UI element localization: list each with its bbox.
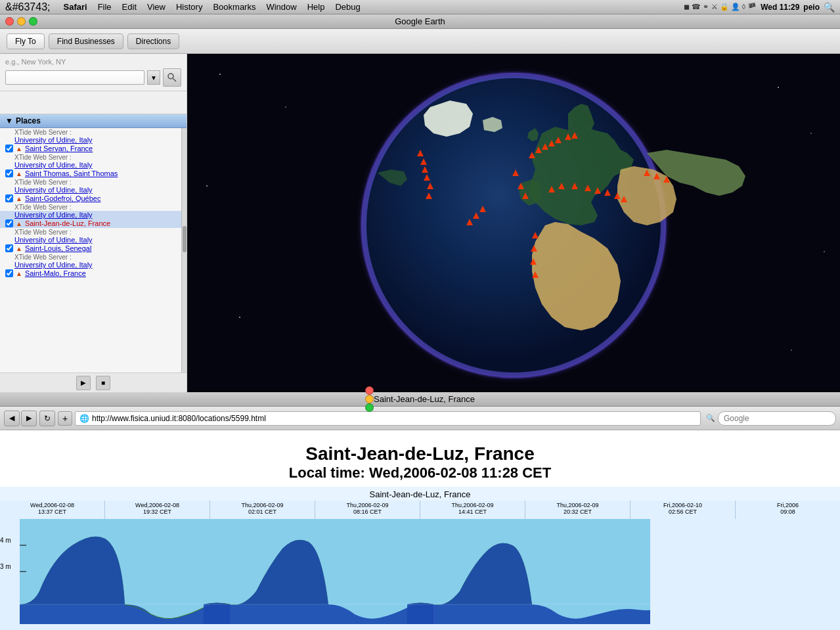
safari-content: Saint-Jean-de-Luz, France Local time: We…: [0, 430, 840, 630]
sidebar-scrollbar[interactable]: [181, 128, 187, 372]
search-input[interactable]: [718, 411, 836, 426]
place-marker-5: ▲: [16, 245, 22, 252]
directions-tab[interactable]: Directions: [127, 34, 179, 49]
svg-point-9: [239, 317, 240, 318]
back-button[interactable]: ◀: [4, 411, 20, 426]
safari-toolbar: ◀ ▶ ↻ + 🌐 http://www.fisica.uniud.it:808…: [0, 407, 840, 430]
globe-svg: [187, 54, 840, 392]
chart-label-5: Thu,2006-02-09 20:32 CET: [525, 501, 630, 519]
edit-menu[interactable]: Edit: [117, 0, 142, 14]
window-menu[interactable]: Window: [261, 0, 301, 14]
svg-point-5: [778, 87, 779, 88]
search-dropdown[interactable]: ▼: [147, 70, 160, 85]
close-button[interactable]: [5, 17, 14, 26]
place-checkbox-1[interactable]: [5, 145, 13, 152]
svg-point-10: [791, 349, 792, 351]
udine-link-3[interactable]: University of Udine, Italy: [0, 186, 187, 194]
search-area: e.g., New York, NY ▼: [0, 54, 187, 91]
page-subtitle: Local time: Wed,2006-02-08 11:28 CET: [0, 464, 840, 482]
svg-point-4: [285, 106, 286, 108]
ge-sidebar: e.g., New York, NY ▼ ▼ Places: [0, 54, 187, 392]
places-chevron[interactable]: ▼: [5, 116, 13, 125]
search-area: 🔍: [706, 411, 836, 426]
search-button[interactable]: [163, 68, 181, 87]
place-name-1[interactable]: Saint Servan, France: [25, 145, 93, 152]
spotlight-icon[interactable]: 🔍: [824, 2, 835, 12]
history-menu[interactable]: History: [171, 0, 208, 14]
play-button[interactable]: ▶: [76, 376, 91, 390]
udine-link-1[interactable]: University of Udine, Italy: [0, 136, 187, 144]
place-checkbox-4[interactable]: [5, 219, 13, 227]
help-menu[interactable]: Help: [302, 0, 330, 14]
search-magnify-icon: 🔍: [706, 414, 715, 422]
stop-button[interactable]: ■: [96, 376, 110, 390]
udine-link-2[interactable]: University of Udine, Italy: [0, 161, 187, 169]
page-title-area: Saint-Jean-de-Luz, France Local time: We…: [0, 430, 840, 487]
places-header: ▼ Places: [0, 114, 187, 128]
udine-link-4[interactable]: University of Udine, Italy: [0, 211, 187, 219]
place-checkbox-3[interactable]: [5, 194, 13, 202]
ge-toolbar: Fly To Find Businesses Directions: [0, 29, 840, 54]
safari-title: Saint-Jean-de-Luz, France: [374, 394, 475, 404]
chart-label-3: Thu,2006-02-09 08:16 CET: [315, 501, 420, 519]
globe-area[interactable]: [187, 54, 840, 392]
place-row-6: ▲ Saint-Malo, France: [0, 269, 187, 278]
new-tab-button[interactable]: +: [58, 411, 72, 426]
server-label-5: XTide Web Server :: [0, 228, 187, 236]
server-label-1: XTide Web Server :: [0, 128, 187, 136]
window-buttons: [5, 17, 37, 26]
ge-content: e.g., New York, NY ▼ ▼ Places: [0, 54, 840, 392]
maximize-button[interactable]: [29, 17, 37, 26]
place-name-5[interactable]: Saint-Louis, Senegal: [25, 244, 92, 252]
place-name-3[interactable]: Saint-Godefroi, Québec: [25, 194, 101, 202]
place-checkbox-2[interactable]: [5, 169, 13, 177]
place-name-2[interactable]: Saint Thomas, Saint Thomas: [25, 169, 118, 177]
chart-label-0: Wed,2006-02-08 13:37 CET: [0, 501, 104, 519]
place-name-6[interactable]: Saint-Malo, France: [25, 269, 86, 277]
google-earth-window: Google Earth Fly To Find Businesses Dire…: [0, 14, 840, 392]
view-menu[interactable]: View: [142, 0, 171, 14]
url-globe-icon: 🌐: [79, 414, 89, 423]
safari-menu[interactable]: Safari: [58, 0, 93, 14]
safari-window: Saint-Jean-de-Luz, France ◀ ▶ ↻ + 🌐 http…: [0, 392, 840, 630]
places-list[interactable]: XTide Web Server : University of Udine, …: [0, 128, 187, 372]
apple-menu[interactable]: &#63743;: [5, 1, 51, 13]
place-marker-4: ▲: [16, 220, 22, 227]
place-checkbox-5[interactable]: [5, 244, 13, 252]
url-text: http://www.fisica.uniud.it:8080/location…: [92, 414, 266, 423]
server-label-2: XTide Web Server :: [0, 153, 187, 161]
tide-chart-svg: [20, 519, 650, 624]
place-row-2: ▲ Saint Thomas, Saint Thomas: [0, 169, 187, 178]
reload-button[interactable]: ↻: [39, 411, 55, 426]
safari-titlebar: Saint-Jean-de-Luz, France: [0, 392, 840, 407]
place-row-4: ▲ Saint-Jean-de-Luz, France: [0, 219, 187, 228]
menubar-right: ◼ ☎ ⚭ ⚔ 🔒 👤 ◊ 🏴 Wed 11:29 peio 🔍: [684, 2, 835, 12]
nav-buttons: ◀ ▶: [4, 411, 37, 426]
search-extra: [0, 91, 187, 114]
forward-button[interactable]: ▶: [21, 411, 37, 426]
chart-label-4: Thu,2006-02-09 14:41 CET: [420, 501, 525, 519]
svg-point-3: [219, 74, 221, 75]
search-placeholder: e.g., New York, NY: [5, 58, 181, 66]
place-name-4[interactable]: Saint-Jean-de-Luz, France: [25, 219, 110, 227]
safari-maximize-button[interactable]: [365, 403, 374, 412]
y-label-4m: 4 m: [0, 537, 18, 544]
place-marker-3: ▲: [16, 195, 22, 202]
search-input[interactable]: [5, 70, 144, 85]
page-main-title: Saint-Jean-de-Luz, France: [0, 443, 840, 464]
tide-chart: Saint-Jean-de-Luz, France Wed,2006-02-08…: [0, 487, 840, 630]
bookmarks-menu[interactable]: Bookmarks: [208, 0, 261, 14]
chart-label-2: Thu,2006-02-09 02:01 CET: [210, 501, 315, 519]
url-bar[interactable]: 🌐 http://www.fisica.uniud.it:8080/locati…: [75, 411, 701, 426]
safari-close-button[interactable]: [365, 386, 374, 395]
safari-minimize-button[interactable]: [365, 395, 374, 403]
debug-menu[interactable]: Debug: [330, 0, 365, 14]
find-businesses-tab[interactable]: Find Businesses: [49, 34, 123, 49]
file-menu[interactable]: File: [93, 0, 117, 14]
fly-to-tab[interactable]: Fly To: [7, 34, 45, 49]
minimize-button[interactable]: [17, 17, 26, 26]
udine-link-5[interactable]: University of Udine, Italy: [0, 236, 187, 244]
chart-label-1: Wed,2006-02-08 19:32 CET: [104, 501, 210, 519]
place-checkbox-6[interactable]: [5, 269, 13, 277]
udine-link-6[interactable]: University of Udine, Italy: [0, 261, 187, 269]
